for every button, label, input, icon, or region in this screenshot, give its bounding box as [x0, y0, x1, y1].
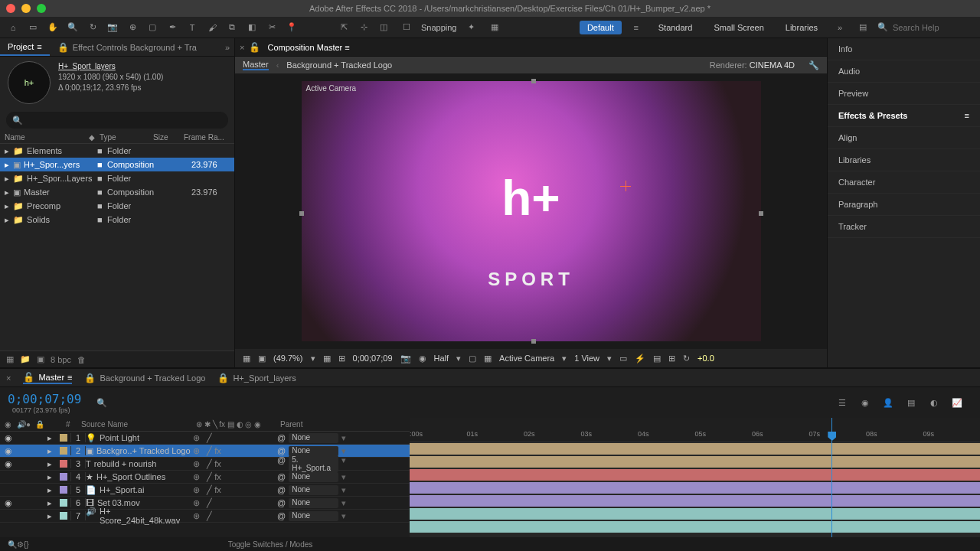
- layer-bar[interactable]: [410, 469, 980, 481]
- motion-blur-icon[interactable]: ◐: [926, 395, 942, 410]
- panel-preview[interactable]: Preview: [828, 83, 980, 105]
- workspace-small-screen[interactable]: Small Screen: [706, 21, 771, 34]
- shy-icon[interactable]: 👤: [880, 395, 896, 410]
- project-item[interactable]: ▸ 📁Solids ■ Folder: [0, 213, 234, 227]
- pan-behind-tool-icon[interactable]: ⊕: [124, 19, 141, 36]
- project-item[interactable]: ▸ 📁Elements ■ Folder: [0, 144, 234, 158]
- col-name[interactable]: Name: [5, 133, 89, 142]
- pixel-aspect-icon[interactable]: ▭: [619, 354, 627, 364]
- timeline-close-icon[interactable]: ×: [6, 373, 11, 383]
- timeline-tab-bg[interactable]: 🔒 Background + Tracked Logo: [84, 373, 205, 383]
- lock-icon[interactable]: 🔓: [249, 42, 261, 53]
- col-type[interactable]: Type: [100, 133, 153, 142]
- panel-tracker[interactable]: Tracker: [828, 216, 980, 238]
- timeline-zoom-icon[interactable]: 🔍: [8, 540, 17, 549]
- bpc-button[interactable]: 8 bpc: [51, 355, 71, 364]
- search-help-input[interactable]: [893, 23, 969, 32]
- visibility-toggle[interactable]: ◉: [5, 459, 17, 469]
- workspace-default[interactable]: Default: [580, 21, 622, 34]
- panel-effects-presets[interactable]: Effects & Presets≡: [828, 105, 980, 127]
- timeline-brackets-icon[interactable]: {}: [24, 540, 29, 549]
- parent-select[interactable]: None: [289, 433, 338, 443]
- comp-close-icon[interactable]: ×: [240, 43, 244, 52]
- timeline-track[interactable]: [410, 455, 980, 468]
- clone-tool-icon[interactable]: ⧉: [224, 19, 240, 36]
- timeline-icon[interactable]: ▤: [653, 354, 661, 364]
- new-folder-icon[interactable]: 📁: [20, 354, 31, 364]
- parent-select[interactable]: None: [289, 485, 338, 495]
- layer-color-chip[interactable]: [60, 447, 67, 455]
- type-tool-icon[interactable]: T: [184, 19, 201, 36]
- tabs-overflow-icon[interactable]: »: [225, 43, 234, 52]
- reset-exposure-icon[interactable]: ↻: [683, 354, 690, 364]
- tab-effect-controls[interactable]: 🔒 Effect Controls Background + Tra: [50, 39, 204, 56]
- axis-local-icon[interactable]: ⇱: [335, 19, 352, 36]
- pickwhip-icon[interactable]: @: [277, 433, 286, 443]
- view-menu-icon[interactable]: ▾: [607, 354, 612, 364]
- brush-tool-icon[interactable]: 🖌: [204, 19, 220, 36]
- workspace-standard[interactable]: Standard: [651, 21, 701, 34]
- timeline-layer-row[interactable]: ◉ ▸ 1 💡Point Light ⊛ ╱ @None▾: [0, 432, 410, 445]
- workspace-overflow-icon[interactable]: »: [831, 19, 848, 36]
- project-item[interactable]: ▸ ▣Master ■ Composition 23.976: [0, 185, 234, 199]
- roi-icon[interactable]: ▢: [469, 354, 476, 364]
- panel-menu-icon[interactable]: ▤: [854, 19, 871, 36]
- layer-bar[interactable]: [410, 482, 980, 494]
- layer-color-chip[interactable]: [60, 460, 67, 468]
- layer-color-chip[interactable]: [60, 499, 67, 507]
- transparency-grid-icon[interactable]: ▦: [484, 354, 492, 364]
- timeline-tab-master[interactable]: 🔓 Master ≡: [23, 372, 72, 384]
- layer-bar[interactable]: [410, 495, 980, 507]
- col-size[interactable]: Size: [153, 133, 184, 142]
- timeline-layer-row[interactable]: ◉ ▸ 2 ▣Backgro..+ Tracked Logo ⊛ ╱ fx @N…: [0, 445, 410, 458]
- layer-bar[interactable]: [410, 508, 980, 520]
- fast-preview-icon[interactable]: ⚡: [635, 354, 645, 364]
- eraser-tool-icon[interactable]: ◧: [243, 19, 260, 36]
- toggle-switches-modes[interactable]: Toggle Switches / Modes: [228, 540, 313, 549]
- home-icon[interactable]: ⌂: [5, 19, 21, 36]
- pickwhip-icon[interactable]: @: [277, 455, 286, 472]
- pickwhip-icon[interactable]: @: [277, 498, 286, 508]
- renderer-options-icon[interactable]: 🔧: [808, 60, 819, 70]
- new-comp-icon[interactable]: ▣: [37, 354, 44, 364]
- layer-bar[interactable]: [410, 456, 980, 468]
- selection-tool-icon[interactable]: ▭: [24, 19, 41, 36]
- pen-tool-icon[interactable]: ✒: [164, 19, 181, 36]
- current-time[interactable]: 0;00;07;09: [353, 354, 393, 363]
- interpret-footage-icon[interactable]: ▦: [6, 354, 14, 364]
- panel-align[interactable]: Align: [828, 127, 980, 149]
- composition-viewer[interactable]: Active Camera h+ SPORT: [235, 73, 827, 349]
- view-layout-select[interactable]: 1 View: [574, 354, 599, 363]
- trash-icon[interactable]: 🗑: [77, 355, 86, 364]
- minimize-window-icon[interactable]: [21, 4, 31, 13]
- panel-libraries[interactable]: Libraries: [828, 149, 980, 171]
- timeline-search-icon[interactable]: 🔍: [96, 398, 107, 408]
- exposure-value[interactable]: +0.0: [697, 354, 714, 363]
- roto-tool-icon[interactable]: ✂: [263, 19, 280, 36]
- timeline-track[interactable]: [410, 468, 980, 481]
- channel-icon[interactable]: ◉: [419, 354, 426, 364]
- layer-color-chip[interactable]: [60, 486, 67, 494]
- visibility-toggle[interactable]: ◉: [5, 433, 17, 443]
- current-time-indicator[interactable]: [831, 418, 832, 537]
- close-window-icon[interactable]: [6, 4, 15, 13]
- timeline-track[interactable]: [410, 507, 980, 520]
- anchor-point-icon[interactable]: [620, 181, 631, 191]
- pickwhip-icon[interactable]: @: [277, 511, 286, 521]
- viewport[interactable]: Active Camera h+ SPORT: [302, 81, 761, 341]
- timeline-layer-row[interactable]: ▸ 4 ★H+_Sport Outlines ⊛ ╱ fx @None▾: [0, 471, 410, 484]
- col-source-name[interactable]: Source Name: [81, 420, 196, 429]
- panel-audio[interactable]: Audio: [828, 60, 980, 83]
- layer-bar[interactable]: [410, 521, 980, 533]
- toggle-rgb-icon[interactable]: ▣: [258, 354, 266, 364]
- layer-bar[interactable]: [410, 443, 980, 455]
- parent-select[interactable]: None: [289, 472, 338, 482]
- rotation-tool-icon[interactable]: ↻: [84, 19, 101, 36]
- col-framerate[interactable]: Frame Ra...: [184, 133, 230, 142]
- zoom-window-icon[interactable]: [37, 4, 46, 13]
- parent-select[interactable]: None: [289, 446, 338, 456]
- snap-option2-icon[interactable]: ▦: [486, 19, 503, 36]
- zoom-tool-icon[interactable]: 🔍: [64, 19, 81, 36]
- tab-project[interactable]: Project ≡: [0, 39, 50, 56]
- pickwhip-icon[interactable]: @: [277, 446, 286, 456]
